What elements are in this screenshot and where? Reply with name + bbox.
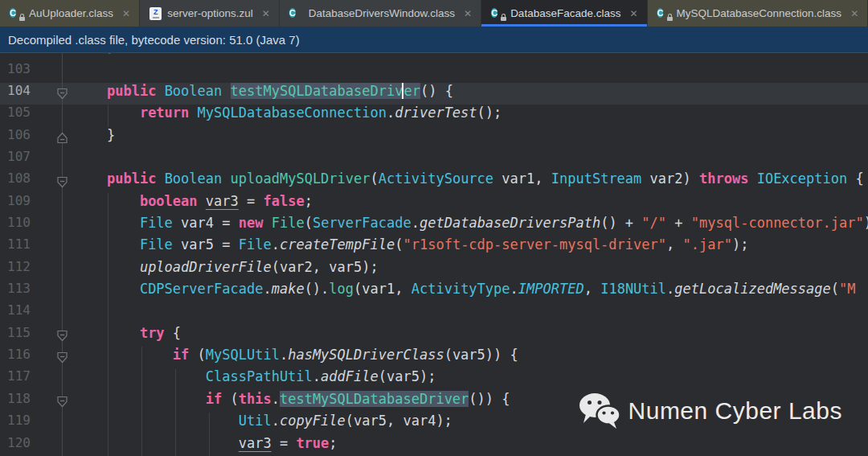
line-number: 103: [0, 61, 50, 83]
watermark-text: Numen Cyber Labs: [628, 397, 842, 425]
class-locked-icon: C: [491, 6, 505, 20]
code-line-120[interactable]: var3 = true;: [74, 435, 868, 456]
wechat-icon: [579, 392, 620, 429]
class-locked-icon: C: [10, 6, 23, 20]
fold-end-icon[interactable]: [56, 132, 68, 144]
line-number: 107: [0, 149, 50, 170]
line-number: 117: [0, 368, 50, 390]
class-locked-icon: C: [657, 6, 671, 20]
code-line-102[interactable]: }: [74, 53, 868, 61]
code-line-115[interactable]: try {: [74, 325, 868, 347]
fold-collapse-icon[interactable]: [56, 330, 68, 342]
tab-DatabaseDriversWindow.class[interactable]: CDatabaseDriversWindow.class✕: [280, 0, 481, 27]
line-number: 110: [0, 215, 50, 236]
watermark: Numen Cyber Labs: [579, 392, 842, 429]
tab-DatabaseFacade.class[interactable]: CDatabaseFacade.class✕: [481, 0, 647, 27]
tab-label: server-options.zul: [167, 7, 253, 19]
line-number: 118: [0, 391, 50, 413]
line-number: 106: [0, 127, 50, 149]
code-line-116[interactable]: if (MySQLUtil.hasMySQLDriverClass(var5))…: [74, 347, 868, 368]
code-line-108[interactable]: public Boolean uploadMySQLDriver(Activit…: [74, 170, 868, 192]
code-line-109[interactable]: boolean var3 = false;: [74, 193, 868, 215]
line-number: 112: [0, 259, 50, 281]
code-line-112[interactable]: uploadDriverFile(var2, var5);: [74, 259, 868, 281]
tab-label: DatabaseFacade.class: [510, 7, 620, 19]
tab-MySQLDatabaseConnection.class[interactable]: CMySQLDatabaseConnection.class✕: [648, 0, 868, 27]
tab-close-icon[interactable]: ✕: [629, 9, 637, 18]
code-line-107[interactable]: [74, 149, 868, 170]
tab-close-icon[interactable]: ✕: [464, 9, 472, 18]
line-number: 116: [0, 347, 50, 368]
class-icon: C: [289, 6, 303, 20]
gutter-line-numbers: 1031041051061071081091101111121131141151…: [0, 53, 50, 456]
fold-collapse-icon[interactable]: [56, 396, 68, 408]
fold-collapse-icon[interactable]: [56, 351, 68, 364]
line-number: 113: [0, 281, 50, 302]
tab-label: MySQLDatabaseConnection.class: [677, 7, 842, 19]
tab-close-icon[interactable]: ✕: [262, 9, 270, 18]
line-number: 120: [0, 435, 50, 456]
line-number: 109: [0, 193, 50, 215]
code-line-105[interactable]: return MySQLDatabaseConnection.driverTes…: [74, 105, 868, 126]
code-line-114[interactable]: [74, 302, 868, 324]
decompile-banner: Decompiled .class file, bytecode version…: [0, 27, 868, 53]
line-number: 114: [0, 302, 50, 324]
tab-bar: CAuUploader.class✕Zserver-options.zul✕CD…: [0, 0, 868, 27]
tab-label: DatabaseDriversWindow.class: [309, 7, 455, 19]
code-line-111[interactable]: File var5 = File.createTempFile("r1soft-…: [74, 236, 868, 258]
fold-collapse-icon[interactable]: [56, 88, 68, 100]
tab-label: AuUploader.class: [29, 7, 113, 19]
line-number: 111: [0, 236, 50, 258]
line-number: 108: [0, 170, 50, 192]
code-line-104[interactable]: public Boolean testMySQLDatabaseDriver()…: [74, 83, 868, 105]
code-line-117[interactable]: ClassPathUtil.addFile(var5);: [74, 368, 868, 390]
line-number: 105: [0, 105, 50, 126]
code-line-110[interactable]: File var4 = new File(ServerFacade.getDat…: [74, 215, 868, 236]
line-number: 104: [0, 83, 50, 105]
line-number: 119: [0, 413, 50, 434]
tab-AuUploader.class[interactable]: CAuUploader.class✕: [0, 0, 140, 27]
code-line-103[interactable]: [74, 61, 868, 83]
code-line-113[interactable]: CDPServerFacade.make().log(var1, Activit…: [74, 281, 868, 302]
line-number: 115: [0, 325, 50, 347]
line-number: [0, 53, 50, 61]
zul-file-icon: Z: [149, 7, 162, 20]
tab-close-icon[interactable]: ✕: [122, 9, 130, 18]
tab-server-options.zul[interactable]: Zserver-options.zul✕: [140, 0, 280, 27]
code-line-106[interactable]: }: [74, 127, 868, 149]
tab-close-icon[interactable]: ✕: [850, 9, 858, 18]
fold-collapse-icon[interactable]: [56, 176, 68, 188]
decompile-banner-text: Decompiled .class file, bytecode version…: [8, 33, 300, 47]
ide-window: CAuUploader.class✕Zserver-options.zul✕CD…: [0, 0, 868, 456]
